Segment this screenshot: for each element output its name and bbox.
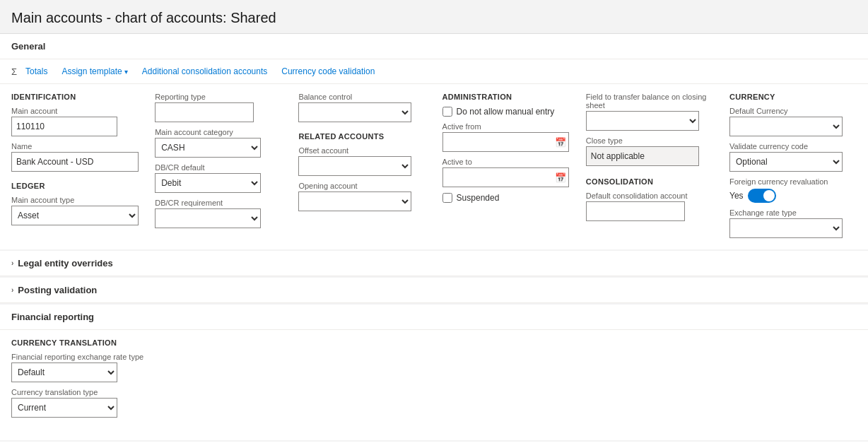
suspended-checkbox[interactable]: [442, 193, 452, 203]
column-balance: Balance control RELATED ACCOUNTS Offset …: [298, 93, 442, 238]
reporting-type-label: Reporting type: [155, 93, 281, 101]
dbcr-requirement-select[interactable]: [155, 208, 261, 228]
default-currency-select[interactable]: [729, 117, 843, 136]
offset-account-label: Offset account: [298, 146, 425, 155]
exchange-rate-type-label: Exchange rate type: [729, 208, 857, 217]
currency-translation-title: CURRENCY TRANSLATION: [11, 338, 857, 347]
do-not-allow-checkbox[interactable]: [442, 107, 452, 117]
column-field-transfer: Field to transfer balance on closing she…: [586, 93, 729, 238]
related-accounts-label: RELATED ACCOUNTS: [298, 132, 425, 141]
currency-group-label: CURRENCY: [729, 93, 857, 101]
field-to-transfer-select[interactable]: [586, 111, 699, 131]
tab-additional-accounts[interactable]: Additional consolidation accounts: [136, 64, 273, 79]
column-currency: CURRENCY Default Currency Validate curre…: [729, 93, 857, 238]
column-administration: ADMINISTRATION Do not allow manual entry…: [442, 93, 586, 238]
active-from-input[interactable]: [442, 132, 569, 152]
active-from-wrap: 📅: [442, 132, 569, 152]
tab-assign-template-label: Assign template: [61, 66, 122, 76]
active-from-label: Active from: [442, 122, 569, 131]
foreign-currency-toggle[interactable]: [748, 189, 776, 203]
active-to-input[interactable]: [442, 167, 569, 187]
default-consolidation-label: Default consolidation account: [586, 191, 712, 200]
suspended-label: Suspended: [457, 193, 500, 203]
chevron-down-icon: ▾: [124, 68, 128, 76]
financial-exchange-rate-select[interactable]: Default Average Closing: [11, 362, 117, 382]
main-account-input[interactable]: [11, 117, 117, 136]
dbcr-default-select[interactable]: Debit Credit: [155, 173, 261, 193]
calendar-icon-2[interactable]: 📅: [555, 172, 566, 183]
close-type-label: Close type: [586, 136, 712, 145]
do-not-allow-row: Do not allow manual entry: [442, 107, 569, 117]
column-identification: IDENTIFICATION Main account Name LEDGER …: [11, 93, 155, 238]
close-type-input: [586, 146, 699, 166]
translation-type-select[interactable]: Current Historical Average: [11, 398, 117, 418]
legal-entity-section[interactable]: › Legal entity overrides: [0, 251, 868, 276]
sigma-icon: Σ: [11, 66, 17, 77]
field-to-transfer-label: Field to transfer balance on closing she…: [586, 93, 712, 110]
financial-exchange-rate-label: Financial reporting exchange rate type: [11, 353, 857, 361]
opening-account-select[interactable]: [298, 191, 411, 211]
foreign-currency-toggle-wrap: Yes: [729, 189, 857, 203]
legal-entity-label: Legal entity overrides: [18, 258, 112, 269]
main-account-category-select[interactable]: CASH: [155, 138, 261, 158]
dbcr-requirement-label: DB/CR requirement: [155, 199, 281, 207]
chevron-right-icon-2: ›: [11, 286, 13, 294]
column-reporting: Reporting type Main account category CAS…: [155, 93, 298, 238]
active-to-label: Active to: [442, 158, 569, 166]
posting-validation-header[interactable]: › Posting validation: [0, 278, 868, 303]
financial-reporting-header: Financial reporting: [0, 305, 868, 330]
tab-currency-code[interactable]: Currency code validation: [276, 64, 380, 79]
financial-reporting-content: CURRENCY TRANSLATION Financial reporting…: [0, 330, 868, 440]
legal-entity-header[interactable]: › Legal entity overrides: [0, 251, 868, 276]
page-title: Main accounts - chart of accounts: Share…: [0, 0, 868, 34]
toggle-yes-label: Yes: [729, 191, 744, 201]
opening-account-label: Opening account: [298, 182, 425, 190]
main-account-label: Main account: [11, 107, 138, 115]
main-account-category-label: Main account category: [155, 128, 281, 136]
main-account-type-select[interactable]: Asset Liability Equity Revenue Expense: [11, 206, 139, 225]
tab-assign-template[interactable]: Assign template ▾: [56, 64, 133, 79]
calendar-icon[interactable]: 📅: [555, 137, 566, 148]
administration-group-label: ADMINISTRATION: [442, 93, 569, 101]
offset-account-select[interactable]: [298, 156, 411, 176]
name-input[interactable]: [11, 152, 139, 172]
balance-control-label: Balance control: [298, 93, 425, 101]
advanced-rules-header[interactable]: › Advanced rules: [0, 442, 868, 448]
active-to-wrap: 📅: [442, 167, 569, 187]
name-label: Name: [11, 142, 138, 151]
general-section-header: General: [0, 34, 868, 59]
general-section: General Σ Totals Assign template ▾ Addit…: [0, 34, 868, 249]
financial-reporting-section: Financial reporting CURRENCY TRANSLATION…: [0, 305, 868, 440]
translation-type-label: Currency translation type: [11, 388, 857, 396]
default-currency-label: Default Currency: [729, 107, 857, 115]
ledger-group-label: LEDGER: [11, 182, 138, 190]
foreign-currency-label: Foreign currency revaluation: [729, 177, 857, 186]
balance-control-select[interactable]: [298, 102, 411, 122]
currency-translation-subgroup: CURRENCY TRANSLATION Financial reporting…: [11, 338, 857, 418]
dbcr-default-label: DB/CR default: [155, 163, 281, 172]
do-not-allow-label: Do not allow manual entry: [457, 107, 555, 117]
toggle-knob: [763, 190, 775, 201]
general-form: IDENTIFICATION Main account Name LEDGER …: [0, 84, 868, 249]
validate-currency-select[interactable]: Optional Mandatory None: [729, 152, 843, 172]
tab-bar: Σ Totals Assign template ▾ Additional co…: [0, 59, 868, 84]
consolidation-group-label: CONSOLIDATION: [586, 177, 712, 186]
chevron-right-icon: ›: [11, 259, 13, 267]
main-account-type-label: Main account type: [11, 196, 138, 204]
posting-validation-section[interactable]: › Posting validation: [0, 278, 868, 303]
exchange-rate-type-select[interactable]: [729, 218, 843, 238]
suspended-row: Suspended: [442, 193, 569, 203]
default-consolidation-input[interactable]: [586, 201, 685, 221]
reporting-type-input[interactable]: [155, 102, 254, 122]
advanced-rules-section[interactable]: › Advanced rules: [0, 442, 868, 448]
tab-totals[interactable]: Totals: [20, 64, 53, 79]
identification-group-label: IDENTIFICATION: [11, 93, 138, 101]
posting-validation-label: Posting validation: [18, 285, 97, 295]
validate-currency-label: Validate currency code: [729, 142, 857, 151]
